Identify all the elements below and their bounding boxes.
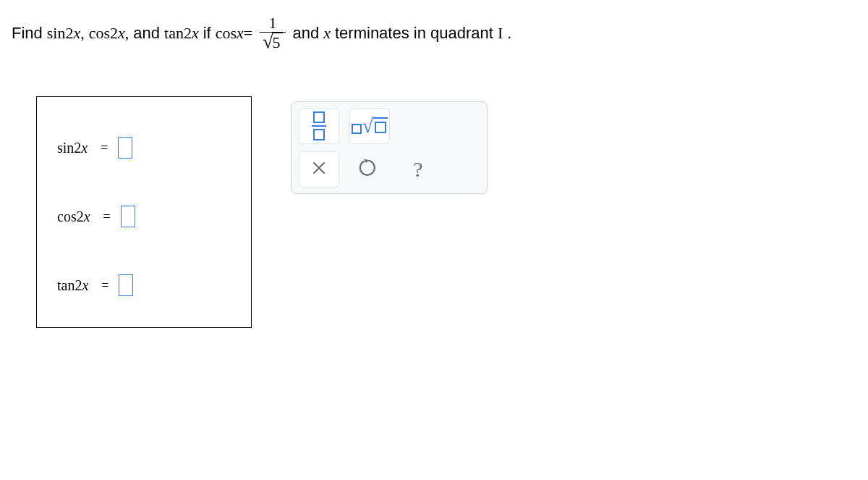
close-icon [312,160,326,179]
fraction-tool-button[interactable] [299,108,339,144]
help-icon: ? [413,157,422,182]
clear-button[interactable] [299,151,339,188]
undo-button[interactable] [349,152,388,187]
sqrt-icon: √ [352,116,388,136]
text-if: if [203,24,211,43]
tan2x-input[interactable] [119,274,133,296]
cos2x-input[interactable] [121,206,135,227]
fraction-icon [312,111,326,140]
text-and: and [133,24,160,43]
fraction-given: 1 √5 [260,14,285,53]
sin2x-input[interactable] [118,137,132,159]
help-button[interactable]: ? [399,152,438,187]
answer-box: sin2x = cos2x = tan2x = [36,96,252,328]
answer-row-sin2x: sin2x = [57,137,132,159]
problem-statement: Find sin2x, cos2x, and tan2x if cosx= 1 … [12,14,511,53]
undo-icon [359,159,378,181]
text-find: Find [12,24,43,43]
answer-row-tan2x: tan2x = [57,274,133,296]
answer-row-cos2x: cos2x = [57,206,135,227]
sqrt-tool-button[interactable]: √ [349,108,390,144]
math-toolbar: √ ? [291,101,488,194]
